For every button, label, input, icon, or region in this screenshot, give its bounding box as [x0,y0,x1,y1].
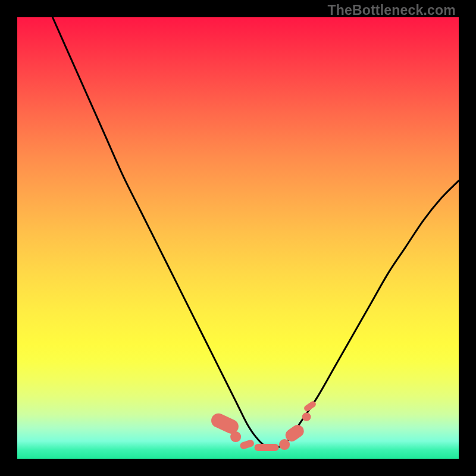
watermark-text: TheBottleneck.com [327,2,456,18]
curve-layer [17,17,459,459]
plot-area [17,17,459,459]
chart-frame: TheBottleneck.com [0,0,476,476]
bottleneck-curve [52,17,459,447]
